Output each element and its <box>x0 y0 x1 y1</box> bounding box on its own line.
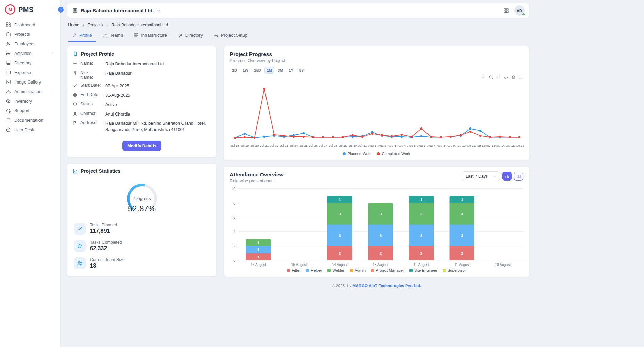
project-profile-card: Project Profile Name: Raja Bahadur Inter… <box>67 46 217 157</box>
y-tick-label: 0 <box>233 259 235 262</box>
legend-item-completed-work[interactable]: Completed Work <box>377 152 410 156</box>
sidebar-item-dashboard[interactable]: Dashboard <box>3 20 58 29</box>
statistics-card-header: Project Statistics <box>67 164 216 178</box>
legend-item-welder[interactable]: Welder <box>327 268 344 272</box>
bar-segment-fitter: 2 <box>409 246 434 260</box>
field-label: Address: <box>80 120 102 125</box>
field-value: Raja Bahadur <box>105 70 211 76</box>
bar-segment-helper: 3 <box>450 225 474 246</box>
sidebar-item-support[interactable]: Support <box>3 106 58 115</box>
modify-details-button[interactable]: Modify Details <box>122 141 161 151</box>
user-avatar[interactable]: AD <box>514 5 525 16</box>
zoom-out-icon[interactable] <box>489 75 493 80</box>
sidebar-item-label: Help Desk <box>14 127 54 132</box>
sidebar-item-help-desk[interactable]: Help Desk <box>3 125 58 134</box>
sidebar-item-administration[interactable]: Administration <box>3 87 58 96</box>
home-icon[interactable] <box>511 75 516 80</box>
sidebar-collapse-button[interactable] <box>58 7 64 13</box>
attendance-controls: Last 7 Days <box>462 171 523 181</box>
svg-text:Aug 7: Aug 7 <box>427 144 435 147</box>
legend-item-site-engineer[interactable]: Site Engineer <box>409 268 437 272</box>
bar-segment-helper: 1 <box>246 246 271 253</box>
search-icon[interactable] <box>496 75 501 80</box>
building-icon <box>72 7 78 14</box>
x-tick-label: 11 August <box>442 263 483 267</box>
stat-tasks-planned: Tasks Planned 117,891 <box>74 223 210 235</box>
breadcrumb-item-home[interactable]: Home <box>68 22 79 27</box>
sidebar-item-expense[interactable]: Expense <box>3 68 58 77</box>
star-icon <box>74 240 86 252</box>
range-1d-button[interactable]: 1D <box>230 67 239 74</box>
teams-icon <box>103 33 108 38</box>
footer: © 2025, by MARCO AIoT Technologies Pvt. … <box>223 283 530 291</box>
range-3m-button[interactable]: 3M <box>275 67 285 74</box>
range-15d-button[interactable]: 15D <box>252 67 263 74</box>
bar-segment-welder: 3 <box>450 203 474 225</box>
table-view-button[interactable] <box>514 172 523 181</box>
chevron-down-icon <box>493 175 496 178</box>
sidebar-item-activities[interactable]: Activities <box>3 49 58 58</box>
legend-item-project-manager[interactable]: Project Manager <box>371 268 404 272</box>
gear-icon <box>214 33 219 38</box>
range-1m-button[interactable]: 1M <box>264 67 274 74</box>
menu-icon[interactable] <box>519 75 523 80</box>
activities-icon <box>6 51 11 56</box>
header-bar: Raja Bahadur International Ltd. AD <box>67 3 530 18</box>
date-range-select[interactable]: Last 7 Days <box>462 171 500 181</box>
tab-infrastructure[interactable]: Infrastructure <box>130 30 171 42</box>
breadcrumb-item-projects[interactable]: Projects <box>88 22 103 27</box>
bar-segment-value: 1 <box>257 241 259 245</box>
range-1y-button[interactable]: 1Y <box>286 67 295 74</box>
attendance-card-header: Attendance Overview Role-wise present co… <box>224 167 529 183</box>
gauge-label: Progress <box>125 196 159 201</box>
legend-item-planned-work[interactable]: Planned Work <box>343 152 372 156</box>
y-tick-label: 2 <box>233 244 235 248</box>
sidebar-item-label: Administration <box>14 89 47 94</box>
online-status-dot <box>522 13 525 16</box>
tab-profile[interactable]: Profile <box>68 30 96 42</box>
profile-field-name: Name: Raja Bahadur International Ltd. <box>73 61 211 67</box>
range-5y-button[interactable]: 5Y <box>297 67 306 74</box>
range-1w-button[interactable]: 1W <box>240 67 251 74</box>
tab-teams[interactable]: Teams <box>99 30 127 42</box>
zoom-in-icon[interactable] <box>481 75 486 80</box>
company-selector[interactable]: Raja Bahadur International Ltd. <box>72 7 161 14</box>
sidebar-item-directory[interactable]: Directory <box>3 59 58 67</box>
x-tick-label: 13 August <box>360 263 401 267</box>
sidebar-item-documentation[interactable]: Documentation <box>3 116 58 124</box>
bar-segment-value: 1 <box>257 248 259 252</box>
sidebar-item-employees[interactable]: Employees <box>3 40 58 48</box>
bar-segment-welder: 3 <box>327 203 352 225</box>
employees-icon <box>6 41 11 46</box>
footer-link[interactable]: MARCO AIoT Technologies Pvt. Ltd. <box>352 283 421 288</box>
tab-project-setup[interactable]: Project Setup <box>210 30 252 42</box>
attendance-x-labels: 16 August15 August14 August13 August12 A… <box>238 263 523 267</box>
tab-directory[interactable]: Directory <box>174 30 207 42</box>
gear-icon <box>73 61 77 66</box>
footer-text: © 2025, by <box>332 283 351 288</box>
svg-text:Jul 31: Jul 31 <box>358 144 367 147</box>
sidebar-item-label: Expense <box>14 70 54 75</box>
bar-segment-value: 3 <box>461 212 463 216</box>
x-tick-label: 12 August <box>401 263 442 267</box>
sidebar-item-inventory[interactable]: Inventory <box>3 97 58 105</box>
pan-icon[interactable] <box>504 75 508 80</box>
svg-text:Jul 22: Jul 22 <box>270 144 278 147</box>
legend-item-supervisor[interactable]: Supervisor <box>443 268 466 272</box>
sidebar-item-projects[interactable]: Projects <box>3 30 58 39</box>
legend-item-fitter[interactable]: Fitter <box>287 268 301 272</box>
profile-field-address: Address: Raja Bahadur Mill Rd, behind Sh… <box>73 120 211 133</box>
legend-item-admin[interactable]: Admin <box>350 268 366 272</box>
date-range-value: Last 7 Days <box>466 174 488 179</box>
sidebar-item-label: Support <box>14 108 54 113</box>
apps-grid-icon[interactable] <box>503 7 509 14</box>
logo-icon: M <box>5 4 15 15</box>
bar-segment-fitter: 1 <box>246 253 271 260</box>
y-tick-label: 6 <box>233 216 235 220</box>
bar-11-august: 2331 <box>442 189 483 260</box>
legend-item-helper[interactable]: Helper <box>306 268 322 272</box>
chart-view-button[interactable] <box>502 172 512 181</box>
expense-icon <box>6 70 11 75</box>
sidebar-item-image-gallery[interactable]: Image Gallery <box>3 78 58 86</box>
attendance-plot: 111233123323312331 <box>238 189 523 260</box>
